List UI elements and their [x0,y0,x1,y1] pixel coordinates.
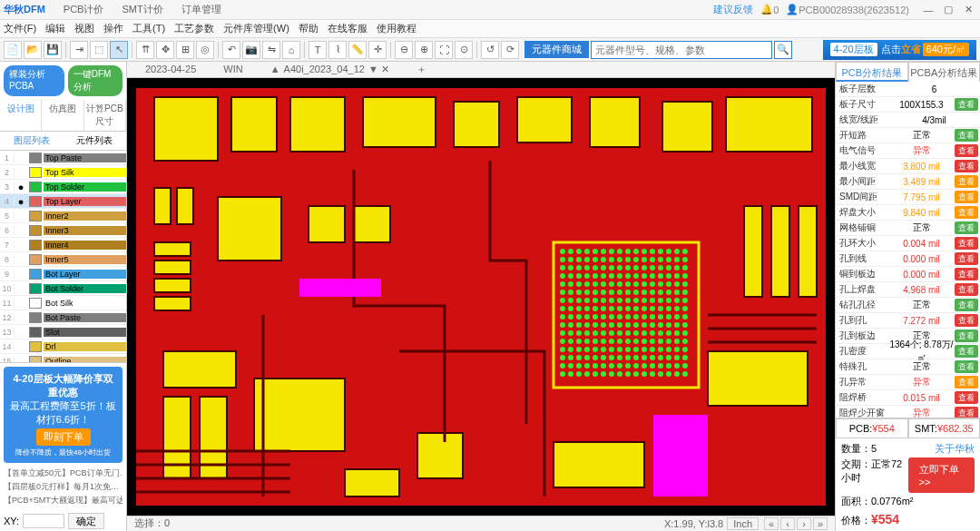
prev-button[interactable]: « [764,517,779,530]
tab-pcb-results[interactable]: PCB分析结果 [836,62,908,82]
center-icon[interactable]: ◎ [196,41,214,59]
bell-icon[interactable]: 🔔 [760,4,773,15]
minimize-button[interactable]: — [920,5,936,15]
view-button[interactable]: 查看 [955,391,978,404]
layer-row[interactable]: 6Inner3 [0,223,126,238]
ad-link-2[interactable]: 【四层板0元打样】每月1次免… [4,480,122,494]
pcb-canvas[interactable] [127,78,835,516]
layer-row[interactable]: 2Top Silk [0,165,126,180]
menu-support[interactable]: 在线客服 [328,22,368,35]
maximize-button[interactable]: ▢ [940,4,956,15]
view-button[interactable]: 查看 [955,252,978,265]
menu-edit[interactable]: 编辑 [45,22,65,35]
menu-tools[interactable]: 工具(T) [132,22,165,35]
layer-row[interactable]: 12Bot Paste [0,310,126,325]
fwd-button[interactable]: › [797,517,811,530]
view-button[interactable]: 查看 [955,314,978,327]
layer-row[interactable]: 4●Top Layer [0,194,126,209]
view-button[interactable]: 查看 [955,221,978,234]
route-icon[interactable]: ⌇ [328,41,347,59]
view-button[interactable]: 查看 [955,299,978,311]
menu-file[interactable]: 文件(F) [4,22,36,35]
xy-confirm-button[interactable]: 确定 [68,513,104,529]
view-button[interactable]: 查看 [955,129,978,142]
top-link-pcb[interactable]: PCB计价 [64,3,104,16]
view-button[interactable]: 查看 [955,360,978,373]
layer-row[interactable]: 8Inner5 [0,252,126,267]
menu-ops[interactable]: 操作 [103,22,123,35]
layer-row[interactable]: 3●Top Solder [0,180,126,194]
cross-icon[interactable]: ✛ [368,41,387,59]
menu-tutorial[interactable]: 使用教程 [377,22,416,35]
refresh-icon[interactable]: ⟳ [501,41,519,59]
import-icon[interactable]: ⇥ [70,41,88,59]
ad-link-3[interactable]: 【PCB+SMT大额返现】最高可达… [4,494,122,507]
dfm-analyze-button[interactable]: 一键DFM分析 [68,65,122,96]
back-button[interactable]: ‹ [780,517,795,530]
view-button[interactable]: 查看 [955,98,978,111]
zoom-out-icon[interactable]: ⊖ [395,41,413,59]
layer-row[interactable]: 9Bot Layer [0,267,126,281]
layer-row[interactable]: 7Inner4 [0,238,126,252]
search-icon[interactable]: 🔍 [774,41,792,59]
tab-size[interactable]: 计算PCB尺寸 [84,100,126,131]
rotate-ccw-icon[interactable]: ↶ [222,41,240,59]
xy-input[interactable] [23,514,64,528]
ad-order-button[interactable]: 即刻下单 [36,428,91,446]
view-button[interactable]: 查看 [955,345,978,358]
user-icon[interactable]: 👤 [786,4,799,15]
view-button[interactable]: 查看 [955,237,978,250]
tab-layers[interactable]: 图层列表 [0,132,64,150]
view-button[interactable]: 查看 [955,175,978,188]
menu-view[interactable]: 视图 [74,22,94,35]
view-button[interactable]: 查看 [955,160,978,172]
save-icon[interactable]: 💾 [44,41,62,59]
top-link-orders[interactable]: 订单管理 [181,3,221,16]
ad-link-1[interactable]: 【首单立减50元】PCB订单无门… [4,467,122,480]
zoom-in-icon[interactable]: ⊕ [415,41,433,59]
about-link[interactable]: 关于华秋 [935,442,975,456]
add-icon[interactable]: ＋ [416,63,426,76]
ad-banner[interactable]: 4-20层板大幅降价享双重优惠 最高工程费降至5折！板材打6.6折！ 即刻下单 … [4,367,122,463]
tab-components[interactable]: 元件列表 [64,132,127,150]
mall-search-input[interactable] [591,41,772,59]
menu-lib[interactable]: 元件库管理(W) [223,22,289,35]
feedback-link[interactable]: 建议反馈 [713,3,753,16]
flip-icon[interactable]: ⇋ [262,41,280,59]
order-now-button[interactable]: 立即下单 >> [908,457,975,493]
layer-row[interactable]: 5Inner2 [0,209,126,223]
unit-select[interactable]: Inch [727,517,759,530]
view-button[interactable]: 查看 [955,144,978,157]
view-button[interactable]: 查看 [955,191,978,203]
next-button[interactable]: » [813,517,828,530]
fit-icon[interactable]: ⛶ [435,41,453,59]
home-icon[interactable]: ⌂ [282,41,300,59]
cursor-icon[interactable]: ↖ [110,41,128,59]
align-icon[interactable]: ⊞ [176,41,194,59]
promo-banner[interactable]: 4-20层板 点击 立省 640元/㎡ [823,40,976,60]
view-button[interactable]: 查看 [955,329,978,342]
redo-icon[interactable]: ↺ [481,41,499,59]
layer-row[interactable]: 10Bot Solder [0,281,126,296]
menu-process[interactable]: 工艺参数 [174,22,214,35]
layer-row[interactable]: 15Outline [0,354,126,362]
ruler-icon[interactable]: 📏 [348,41,367,59]
view-button[interactable]: 查看 [955,283,978,296]
view-button[interactable]: 查看 [955,206,978,219]
tab-pcba-results[interactable]: PCBA分析结果 [908,62,981,82]
camera-icon[interactable]: 📷 [242,41,260,59]
view-button[interactable]: 查看 [955,376,978,388]
pcba-analyze-button[interactable]: 裸装分析 PCBA [4,65,64,96]
open-icon[interactable]: 📂 [24,41,42,59]
move-icon[interactable]: ✥ [156,41,174,59]
merge-icon[interactable]: ⇈ [136,41,154,59]
target-icon[interactable]: ⊙ [455,41,473,59]
select-icon[interactable]: ⬚ [90,41,108,59]
top-link-smt[interactable]: SMT计价 [122,3,162,16]
menu-help[interactable]: 帮助 [299,22,318,35]
view-button[interactable]: 查看 [955,268,978,280]
tab-sim[interactable]: 仿真图 [42,100,83,131]
layer-row[interactable]: 1Top Paste [0,151,126,165]
close-button[interactable]: ✕ [960,4,976,15]
layer-row[interactable]: 11Bot Silk [0,296,126,310]
